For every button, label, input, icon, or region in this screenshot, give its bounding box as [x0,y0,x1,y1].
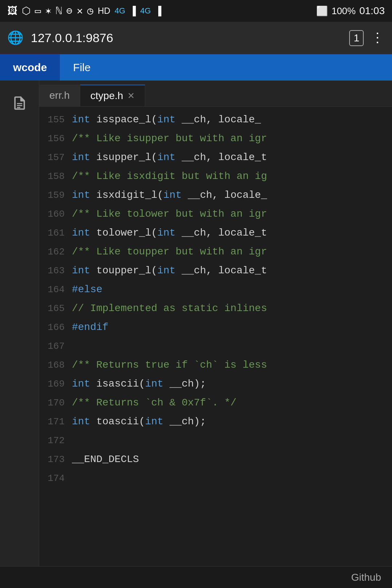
tab-ctype-h-label: ctype.h [90,90,123,102]
line-content: // Implemented as static inlines [72,299,392,318]
status-icons-left: 🖼 ⬡ ▭ ✶ ℕ ⊖ ✕ ◷ HD 4G ▐ 4G ▐ [7,5,162,17]
code-line-173: 173__END_DECLS [39,450,392,469]
code-line-170: 170/** Returns `ch & 0x7f`. */ [39,393,392,412]
line-number: 174 [43,469,72,488]
code-line-168: 168/** Returns true if `ch` is less [39,356,392,375]
code-line-166: 166#endif [39,318,392,337]
svg-rect-0 [17,103,22,104]
battery-icon: ⬜ [316,5,328,17]
line-number: 171 [43,412,72,431]
line-content: int isascii(int __ch); [72,375,392,393]
code-line-161: 161int tolower_l(int __ch, locale_t [39,224,392,242]
line-content: int isupper_l(int __ch, locale_t [72,148,392,167]
toolbar-file-button[interactable]: File [60,54,103,81]
line-number: 159 [43,186,72,205]
line-number: 155 [43,110,72,129]
line-number: 164 [43,280,72,299]
line-number: 169 [43,375,72,393]
status-info-right: ⬜ 100% 01:03 [316,5,385,17]
line-number: 157 [43,148,72,167]
code-line-171: 171int toascii(int __ch); [39,412,392,431]
status-time: 01:03 [359,5,385,17]
tab-close-icon[interactable]: ✕ [127,91,135,101]
line-content: __END_DECLS [72,450,392,469]
line-content: #else [72,280,392,299]
tab-err-h[interactable]: err.h [39,85,80,106]
4g2-icon: 4G [140,6,151,16]
hd-icon: HD [98,6,110,16]
line-number: 161 [43,224,72,242]
line-content: /** Like isxdigit but with an ig [72,167,392,186]
line-content: /** Like toupper but with an igr [72,242,392,261]
sidebar [0,81,39,566]
svg-rect-1 [17,105,22,106]
app-toolbar: wcode File [0,54,392,81]
line-content: #endif [72,318,392,337]
line-content: int toascii(int __ch); [72,412,392,431]
code-line-160: 160/** Like tolower but with an igr [39,205,392,224]
tablet-icon: ▭ [35,5,41,17]
line-number: 162 [43,242,72,261]
line-number: 170 [43,393,72,412]
line-number: 168 [43,356,72,375]
line-content: int isxdigit_l(int __ch, locale_ [72,186,392,205]
line-number: 165 [43,299,72,318]
code-line-172: 172 [39,431,392,450]
usb-icon: ⬡ [22,5,30,17]
tab-err-h-label: err.h [49,90,70,101]
code-line-167: 167 [39,337,392,356]
line-content [72,431,392,450]
wrench-icon: ✕ [77,5,83,17]
tab-ctype-h[interactable]: ctype.h ✕ [80,85,145,106]
code-area: 155int isspace_l(int __ch, locale_156/**… [39,107,392,566]
line-content [72,337,392,356]
line-number: 163 [43,261,72,280]
github-label: Github [351,572,381,583]
line-number: 166 [43,318,72,337]
globe-icon: 🌐 [7,30,24,46]
code-line-159: 159int isxdigit_l(int __ch, locale_ [39,186,392,205]
line-content [72,469,392,488]
minus-icon: ⊖ [66,5,73,17]
line-content: int isspace_l(int __ch, locale_ [72,110,392,129]
signal2-icon: ▐ [155,6,162,16]
toolbar-file-label: File [73,61,90,74]
line-number: 158 [43,167,72,186]
line-content: /** Like isupper but with an igr [72,129,392,148]
code-line-165: 165// Implemented as static inlines [39,299,392,318]
status-bar: 🖼 ⬡ ▭ ✶ ℕ ⊖ ✕ ◷ HD 4G ▐ 4G ▐ ⬜ 100% 01:0… [0,0,392,22]
line-content: int toupper_l(int __ch, locale_t [72,261,392,280]
code-line-169: 169int isascii(int __ch); [39,375,392,393]
line-number: 160 [43,205,72,224]
svg-rect-2 [17,107,20,108]
menu-dots-icon[interactable]: ⋮ [371,30,385,46]
files-icon[interactable] [12,88,28,123]
line-number: 173 [43,450,72,469]
signal-icon: ▐ [130,6,136,16]
bottom-bar: Github [0,566,392,588]
toolbar-wcode-label: wcode [13,61,47,74]
tab-count: 1 [354,32,359,44]
browser-bar: 🌐 127.0.0.1:9876 1 ⋮ [0,22,392,54]
line-content: /** Returns `ch & 0x7f`. */ [72,393,392,412]
code-line-156: 156/** Like isupper but with an igr [39,129,392,148]
line-number: 156 [43,129,72,148]
code-line-155: 155int isspace_l(int __ch, locale_ [39,110,392,129]
line-content: /** Returns true if `ch` is less [72,356,392,375]
line-number: 172 [43,431,72,450]
code-line-158: 158/** Like isxdigit but with an ig [39,167,392,186]
photo-icon: 🖼 [7,5,17,17]
code-line-163: 163int toupper_l(int __ch, locale_t [39,261,392,280]
url-text[interactable]: 127.0.0.1:9876 [31,31,342,45]
bluetooth-icon: ✶ [45,5,52,17]
line-content: int tolower_l(int __ch, locale_t [72,224,392,242]
nfc-icon: ℕ [56,5,62,17]
4g-icon: 4G [115,6,125,16]
line-content: /** Like tolower but with an igr [72,205,392,224]
tab-count-box[interactable]: 1 [349,30,364,46]
tabs-bar: err.h ctype.h ✕ [39,81,392,107]
line-number: 167 [43,337,72,356]
editor-area: err.h ctype.h ✕ 155int isspace_l(int __c… [39,81,392,566]
code-line-164: 164#else [39,280,392,299]
toolbar-wcode-button[interactable]: wcode [0,54,60,81]
